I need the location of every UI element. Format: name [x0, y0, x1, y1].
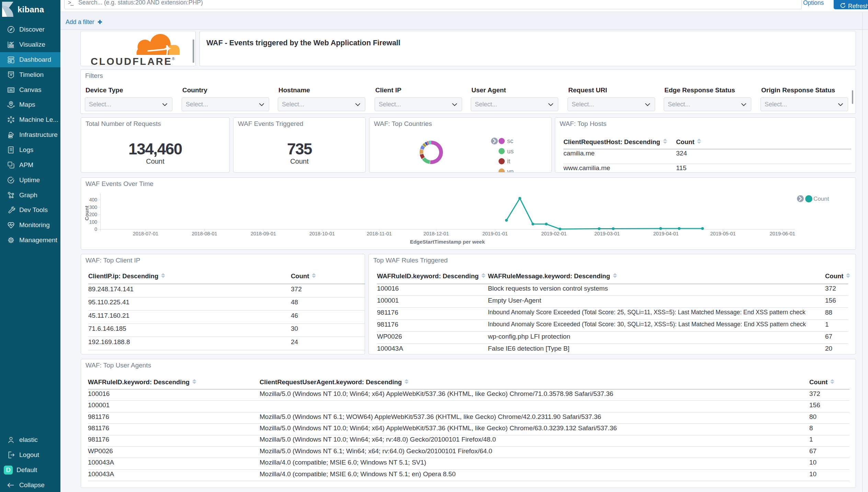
svg-text:100: 100	[89, 219, 98, 225]
svg-text:2018-11-01: 2018-11-01	[367, 231, 392, 236]
svg-text:2018-10-01: 2018-10-01	[309, 231, 335, 236]
svg-text:2018-08-01: 2018-08-01	[192, 231, 217, 236]
svg-text:Count: Count	[84, 206, 90, 220]
svg-text:vn: vn	[507, 168, 514, 172]
svg-text:®: ®	[172, 57, 175, 61]
svg-text:0: 0	[94, 226, 97, 232]
svg-text:2019-04-01: 2019-04-01	[653, 231, 679, 236]
svg-text:CLOUDFLARE: CLOUDFLARE	[91, 56, 172, 67]
svg-text:300: 300	[89, 204, 98, 210]
svg-text:2018-07-01: 2018-07-01	[133, 231, 158, 236]
svg-text:2018-12-01: 2018-12-01	[423, 231, 449, 236]
svg-text:2018-09-01: 2018-09-01	[251, 231, 276, 236]
svg-text:sc: sc	[507, 138, 513, 144]
svg-text:2019-03-01: 2019-03-01	[594, 231, 620, 236]
svg-text:2019-02-01: 2019-02-01	[541, 231, 567, 236]
svg-text:Count: Count	[813, 196, 829, 202]
svg-text:200: 200	[89, 212, 98, 217]
svg-text:2019-06-01: 2019-06-01	[770, 231, 795, 236]
svg-text:us: us	[507, 148, 514, 155]
svg-text:2019-05-01: 2019-05-01	[710, 231, 735, 236]
svg-text:EdgeStartTimestamp per week: EdgeStartTimestamp per week	[410, 239, 485, 245]
svg-text:2019-01-01: 2019-01-01	[482, 231, 508, 236]
svg-text:it: it	[507, 158, 510, 165]
svg-text:400: 400	[89, 197, 98, 202]
